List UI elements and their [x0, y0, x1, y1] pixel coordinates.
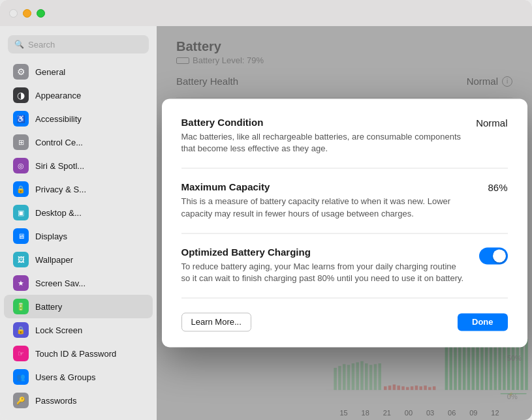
sidebar-item-wallpaper[interactable]: 🖼 Wallpaper — [4, 248, 153, 271]
max-capacity-row: Maximum Capacity This is a measure of ba… — [181, 182, 508, 220]
sidebar-item-privacy[interactable]: 🔒 Privacy & S... — [4, 177, 153, 201]
sidebar-item-desktop[interactable]: ▣ Desktop &... — [4, 201, 153, 224]
sidebar-label-siri: Siri & Spotl... — [35, 161, 84, 171]
sidebar-label-control-center: Control Ce... — [35, 138, 83, 147]
close-button[interactable] — [9, 9, 18, 18]
minimize-button[interactable] — [23, 9, 31, 18]
sidebar-item-appearance[interactable]: ◑ Appearance — [4, 83, 153, 107]
modal-footer: Learn More... Done — [181, 313, 508, 332]
sidebar-label-accessibility: Accessibility — [35, 114, 82, 124]
battery-condition-section: Battery Condition Mac batteries, like al… — [181, 117, 508, 168]
general-icon: ⚙ — [13, 64, 29, 80]
displays-icon: 🖥 — [13, 228, 29, 244]
users-icon: 👥 — [13, 369, 29, 385]
sidebar-label-wallpaper: Wallpaper — [35, 255, 73, 265]
sidebar-label-passwords: Passwords — [35, 396, 77, 406]
appearance-icon: ◑ — [13, 87, 29, 103]
sidebar: 🔍 Search ⚙ General ◑ Appearance ♿ Access… — [0, 26, 157, 420]
battery-health-modal: Battery Condition Mac batteries, like al… — [162, 98, 527, 347]
max-capacity-value: 86% — [488, 182, 507, 194]
optimized-charging-row: Optimized Battery Charging To reduce bat… — [181, 247, 508, 284]
sidebar-label-users: Users & Groups — [35, 372, 95, 382]
sidebar-item-battery[interactable]: 🔋 Battery — [4, 295, 153, 318]
battery-condition-value: Normal — [476, 117, 507, 128]
main-content-area: Battery Battery Level: 79% Battery Healt… — [157, 26, 532, 420]
passwords-icon: 🔑 — [13, 393, 29, 408]
siri-icon: ◎ — [13, 158, 29, 173]
sidebar-label-desktop: Desktop &... — [35, 208, 82, 218]
title-bar — [0, 0, 532, 26]
maximize-button[interactable] — [37, 9, 45, 18]
sidebar-item-control-center[interactable]: ⊞ Control Ce... — [4, 130, 153, 154]
battery-condition-row: Battery Condition Mac batteries, like al… — [181, 117, 508, 155]
search-placeholder: Search — [28, 40, 55, 50]
sidebar-label-general: General — [35, 67, 65, 77]
content-area: 🔍 Search ⚙ General ◑ Appearance ♿ Access… — [0, 26, 532, 420]
sidebar-label-appearance: Appearance — [35, 91, 81, 100]
battery-condition-title: Battery Condition — [181, 117, 463, 128]
optimized-charging-toggle[interactable] — [479, 247, 508, 264]
sidebar-item-users[interactable]: 👥 Users & Groups — [4, 365, 153, 389]
sidebar-label-touch-id: Touch ID & Password — [35, 349, 116, 359]
sidebar-label-screensaver: Screen Sav... — [35, 278, 86, 288]
sidebar-item-screensaver[interactable]: ★ Screen Sav... — [4, 271, 153, 295]
max-capacity-info: Maximum Capacity This is a measure of ba… — [181, 182, 488, 220]
search-bar[interactable]: 🔍 Search — [8, 35, 149, 53]
sidebar-item-passwords[interactable]: 🔑 Passwords — [4, 389, 153, 412]
battery-icon: 🔋 — [13, 299, 29, 314]
optimized-charging-info: Optimized Battery Charging To reduce bat… — [181, 247, 479, 284]
learn-more-button[interactable]: Learn More... — [181, 313, 251, 332]
wallpaper-icon: 🖼 — [13, 252, 29, 267]
optimized-charging-desc: To reduce battery aging, your Mac learns… — [181, 261, 466, 284]
main-window: 🔍 Search ⚙ General ◑ Appearance ♿ Access… — [0, 0, 532, 420]
sidebar-item-displays[interactable]: 🖥 Displays — [4, 224, 153, 248]
optimized-charging-section: Optimized Battery Charging To reduce bat… — [181, 247, 508, 298]
sidebar-item-siri[interactable]: ◎ Siri & Spotl... — [4, 154, 153, 177]
sidebar-label-displays: Displays — [35, 232, 67, 241]
touch-id-icon: ☞ — [13, 346, 29, 361]
search-icon: 🔍 — [14, 40, 24, 49]
optimized-charging-title: Optimized Battery Charging — [181, 247, 466, 258]
sidebar-item-general[interactable]: ⚙ General — [4, 60, 153, 83]
privacy-icon: 🔒 — [13, 181, 29, 197]
sidebar-item-touch-id[interactable]: ☞ Touch ID & Password — [4, 342, 153, 365]
max-capacity-title: Maximum Capacity — [181, 182, 475, 193]
sidebar-item-accessibility[interactable]: ♿ Accessibility — [4, 107, 153, 130]
sidebar-item-lock-screen[interactable]: 🔒 Lock Screen — [4, 318, 153, 342]
battery-condition-desc: Mac batteries, like all rechargeable bat… — [181, 131, 463, 155]
done-button[interactable]: Done — [458, 314, 508, 331]
control-center-icon: ⊞ — [13, 134, 29, 150]
desktop-icon: ▣ — [13, 205, 29, 220]
screensaver-icon: ★ — [13, 275, 29, 291]
max-capacity-desc: This is a measure of battery capacity re… — [181, 196, 475, 220]
sidebar-label-privacy: Privacy & S... — [35, 185, 86, 194]
lock-screen-icon: 🔒 — [13, 322, 29, 338]
battery-condition-info: Battery Condition Mac batteries, like al… — [181, 117, 477, 155]
accessibility-icon: ♿ — [13, 111, 29, 127]
max-capacity-section: Maximum Capacity This is a measure of ba… — [181, 182, 508, 233]
sidebar-label-battery: Battery — [35, 302, 62, 312]
sidebar-label-lock-screen: Lock Screen — [35, 325, 82, 335]
